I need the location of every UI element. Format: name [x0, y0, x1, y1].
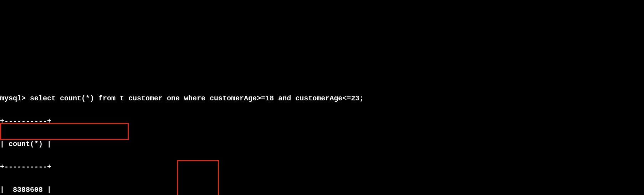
table1-row: | 8388608 | — [0, 184, 644, 195]
table1-header: | count(*) | — [0, 139, 644, 150]
sql-query-1: mysql> select count(*) from t_customer_o… — [0, 93, 644, 104]
table1-border-top: +----------+ — [0, 116, 644, 127]
terminal[interactable]: mysql> select count(*) from t_customer_o… — [0, 57, 644, 195]
blank-line — [0, 70, 644, 81]
table1-border-mid: +----------+ — [0, 161, 644, 173]
